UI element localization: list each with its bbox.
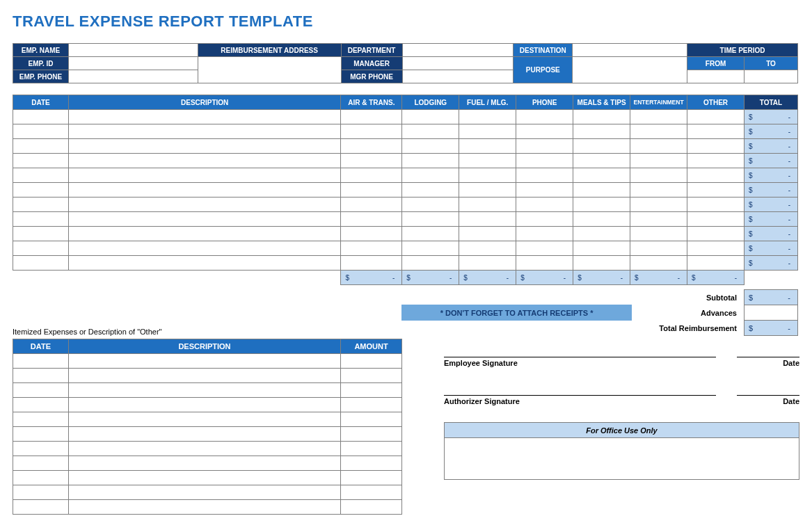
itemized-cell[interactable] xyxy=(341,427,402,442)
grid-cell[interactable] xyxy=(516,241,573,256)
grid-cell[interactable] xyxy=(573,168,630,183)
purpose-field[interactable] xyxy=(573,57,687,83)
grid-cell[interactable] xyxy=(573,198,630,212)
grid-cell[interactable] xyxy=(68,198,340,212)
itemized-cell[interactable] xyxy=(13,471,69,485)
grid-cell[interactable] xyxy=(516,256,573,271)
itemized-cell[interactable] xyxy=(341,369,402,383)
itemized-cell[interactable] xyxy=(341,398,402,412)
itemized-cell[interactable] xyxy=(13,442,69,456)
from-field[interactable] xyxy=(687,70,745,83)
grid-cell[interactable] xyxy=(341,124,402,139)
grid-cell[interactable] xyxy=(459,110,516,124)
grid-cell[interactable] xyxy=(402,168,459,183)
itemized-cell[interactable] xyxy=(341,456,402,471)
grid-cell[interactable] xyxy=(13,198,69,212)
grid-cell[interactable] xyxy=(13,168,69,183)
grid-cell[interactable] xyxy=(630,227,687,241)
grid-cell[interactable] xyxy=(402,110,459,124)
grid-cell[interactable] xyxy=(630,168,687,183)
grid-cell[interactable] xyxy=(687,168,745,183)
itemized-cell[interactable] xyxy=(13,369,69,383)
grid-cell[interactable] xyxy=(68,256,340,271)
itemized-cell[interactable] xyxy=(68,369,340,383)
itemized-cell[interactable] xyxy=(13,456,69,471)
grid-cell[interactable] xyxy=(516,139,573,154)
grid-cell[interactable] xyxy=(573,154,630,168)
grid-cell[interactable] xyxy=(687,183,745,198)
itemized-cell[interactable] xyxy=(68,354,340,369)
reimb-addr-field[interactable] xyxy=(198,57,341,83)
grid-cell[interactable] xyxy=(687,227,745,241)
grid-cell[interactable] xyxy=(459,241,516,256)
grid-cell[interactable] xyxy=(516,183,573,198)
itemized-cell[interactable] xyxy=(68,485,340,500)
grid-cell[interactable] xyxy=(341,198,402,212)
emp-name-field[interactable] xyxy=(68,44,198,57)
grid-cell[interactable] xyxy=(459,256,516,271)
itemized-cell[interactable] xyxy=(68,398,340,412)
grid-cell[interactable] xyxy=(630,139,687,154)
grid-cell[interactable] xyxy=(402,124,459,139)
itemized-cell[interactable] xyxy=(341,383,402,398)
itemized-cell[interactable] xyxy=(13,427,69,442)
itemized-cell[interactable] xyxy=(68,427,340,442)
grid-cell[interactable] xyxy=(402,183,459,198)
grid-cell[interactable] xyxy=(687,198,745,212)
emp-phone-field[interactable] xyxy=(68,70,198,83)
grid-cell[interactable] xyxy=(459,227,516,241)
advances-value[interactable] xyxy=(745,305,798,321)
grid-cell[interactable] xyxy=(516,168,573,183)
grid-cell[interactable] xyxy=(68,124,340,139)
itemized-cell[interactable] xyxy=(341,471,402,485)
grid-cell[interactable] xyxy=(630,198,687,212)
itemized-cell[interactable] xyxy=(13,412,69,427)
to-field[interactable] xyxy=(745,70,798,83)
grid-cell[interactable] xyxy=(68,110,340,124)
itemized-cell[interactable] xyxy=(68,412,340,427)
grid-cell[interactable] xyxy=(516,212,573,227)
grid-cell[interactable] xyxy=(687,110,745,124)
grid-cell[interactable] xyxy=(516,154,573,168)
itemized-cell[interactable] xyxy=(68,442,340,456)
grid-cell[interactable] xyxy=(459,198,516,212)
grid-cell[interactable] xyxy=(341,168,402,183)
grid-cell[interactable] xyxy=(13,183,69,198)
grid-cell[interactable] xyxy=(687,154,745,168)
grid-cell[interactable] xyxy=(516,124,573,139)
itemized-cell[interactable] xyxy=(68,383,340,398)
grid-cell[interactable] xyxy=(573,139,630,154)
grid-cell[interactable] xyxy=(630,110,687,124)
grid-cell[interactable] xyxy=(459,212,516,227)
office-use-area[interactable] xyxy=(445,438,799,480)
grid-cell[interactable] xyxy=(68,154,340,168)
grid-cell[interactable] xyxy=(13,139,69,154)
grid-cell[interactable] xyxy=(341,212,402,227)
grid-cell[interactable] xyxy=(13,227,69,241)
grid-cell[interactable] xyxy=(402,227,459,241)
itemized-cell[interactable] xyxy=(341,442,402,456)
grid-cell[interactable] xyxy=(68,212,340,227)
grid-cell[interactable] xyxy=(459,139,516,154)
grid-cell[interactable] xyxy=(13,124,69,139)
grid-cell[interactable] xyxy=(573,241,630,256)
grid-cell[interactable] xyxy=(13,212,69,227)
grid-cell[interactable] xyxy=(459,183,516,198)
grid-cell[interactable] xyxy=(573,110,630,124)
grid-cell[interactable] xyxy=(459,168,516,183)
grid-cell[interactable] xyxy=(573,183,630,198)
destination-field[interactable] xyxy=(573,44,687,57)
grid-cell[interactable] xyxy=(341,154,402,168)
grid-cell[interactable] xyxy=(402,241,459,256)
grid-cell[interactable] xyxy=(459,124,516,139)
grid-cell[interactable] xyxy=(630,241,687,256)
grid-cell[interactable] xyxy=(402,154,459,168)
grid-cell[interactable] xyxy=(687,212,745,227)
grid-cell[interactable] xyxy=(687,124,745,139)
grid-cell[interactable] xyxy=(341,110,402,124)
grid-cell[interactable] xyxy=(630,154,687,168)
itemized-cell[interactable] xyxy=(13,398,69,412)
itemized-cell[interactable] xyxy=(341,485,402,500)
grid-cell[interactable] xyxy=(459,154,516,168)
grid-cell[interactable] xyxy=(13,110,69,124)
